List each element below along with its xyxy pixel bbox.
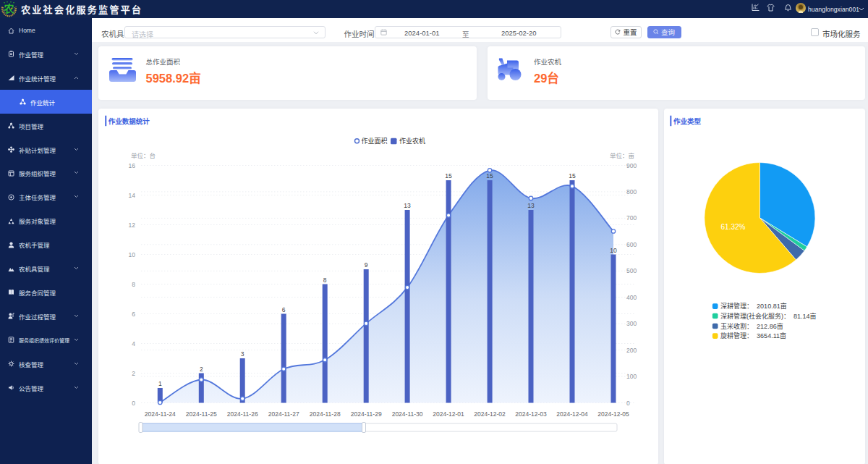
svg-text:200: 200: [626, 346, 637, 353]
svg-text:400: 400: [626, 293, 637, 300]
svg-text:900: 900: [626, 161, 637, 169]
svg-text:12: 12: [129, 221, 136, 228]
svg-text:2024-12-03: 2024-12-03: [515, 410, 547, 418]
svg-text:14: 14: [129, 191, 136, 198]
svg-text:2024-12-02: 2024-12-02: [474, 410, 506, 418]
svg-text:2024-12-01: 2024-12-01: [433, 410, 464, 418]
svg-text:作业类型: 作业类型: [673, 117, 701, 125]
svg-text:作业面积: 作业面积: [362, 137, 388, 145]
svg-text:3: 3: [241, 350, 244, 358]
svg-text:15: 15: [569, 172, 576, 180]
svg-text:8: 8: [323, 276, 327, 283]
svg-text:2024-11-24: 2024-11-24: [145, 410, 176, 418]
svg-text:13: 13: [404, 202, 411, 209]
svg-text:2024-11-25: 2024-11-25: [186, 410, 217, 418]
svg-text:作业农机: 作业农机: [399, 137, 425, 145]
svg-text:15: 15: [486, 172, 493, 180]
svg-text:玉米收割：212.86亩: 玉米收割：212.86亩: [720, 321, 783, 329]
svg-text:10: 10: [129, 250, 136, 258]
svg-text:作业数据统计: 作业数据统计: [109, 117, 150, 125]
svg-text:旋耕管理：3654.11亩: 旋耕管理：3654.11亩: [720, 332, 786, 339]
svg-text:9: 9: [365, 261, 368, 269]
svg-text:100: 100: [626, 373, 637, 380]
svg-text:300: 300: [626, 320, 637, 327]
svg-text:500: 500: [626, 267, 637, 274]
svg-text:8: 8: [132, 280, 135, 287]
svg-text:700: 700: [626, 214, 637, 222]
svg-text:单位：亩: 单位：亩: [610, 151, 634, 159]
svg-text:1: 1: [158, 380, 162, 387]
svg-text:单位：台: 单位：台: [131, 151, 156, 159]
svg-text:600: 600: [626, 240, 637, 248]
svg-text:15: 15: [445, 172, 452, 180]
svg-text:2024-11-30: 2024-11-30: [392, 410, 423, 418]
svg-text:2: 2: [200, 365, 203, 372]
svg-text:4: 4: [132, 339, 135, 347]
svg-text:0: 0: [626, 399, 630, 406]
svg-text:10: 10: [610, 246, 617, 253]
svg-text:13: 13: [527, 202, 535, 209]
svg-text:800: 800: [626, 187, 637, 195]
svg-text:2024-11-27: 2024-11-27: [268, 410, 299, 418]
svg-text:深耕管理(社会化服务)：81.14亩: 深耕管理(社会化服务)：81.14亩: [720, 311, 817, 319]
svg-text:农: 农: [4, 3, 15, 14]
svg-text:深耕管理：2010.81亩: 深耕管理：2010.81亩: [720, 302, 787, 310]
svg-text:2: 2: [132, 369, 135, 376]
svg-text:2024-11-28: 2024-11-28: [310, 410, 341, 418]
svg-text:6: 6: [132, 310, 135, 317]
svg-text:2024-12-05: 2024-12-05: [597, 410, 629, 418]
svg-text:6: 6: [282, 305, 286, 313]
svg-text:2024-11-29: 2024-11-29: [351, 410, 382, 418]
svg-text:61.32%: 61.32%: [720, 223, 745, 231]
svg-text:16: 16: [129, 161, 136, 169]
svg-text:0: 0: [132, 399, 135, 406]
svg-text:2024-11-26: 2024-11-26: [227, 410, 258, 418]
svg-text:2024-12-04: 2024-12-04: [556, 410, 588, 418]
